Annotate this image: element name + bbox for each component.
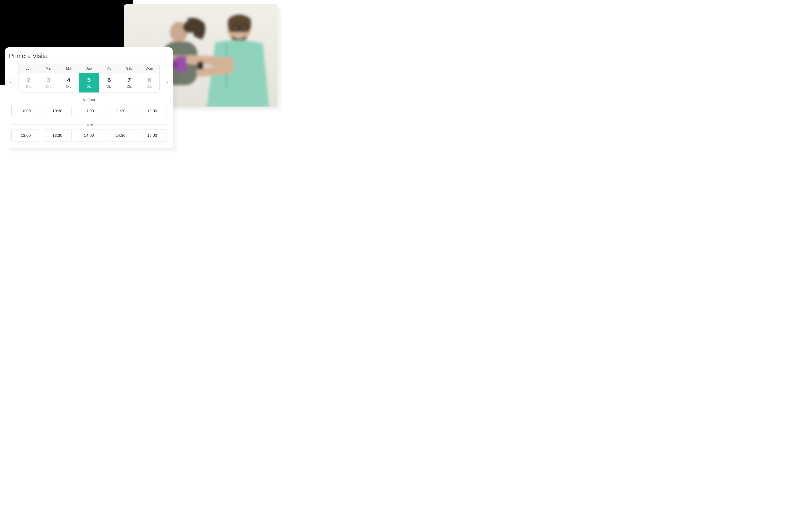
time-slot-button[interactable]: 13:00 [12, 129, 40, 142]
day-cell[interactable]: 8 Dic [139, 73, 159, 93]
day-month: Dic [39, 84, 59, 89]
afternoon-section: Tarde 13:00 13:30 14:00 14:30 15:00 [12, 122, 167, 142]
booking-card: Primera Visita Lun Mar Mié Jue Vie Sáb D… [5, 48, 173, 148]
time-slot-button[interactable]: 14:00 [75, 129, 103, 142]
time-slot-button[interactable]: 11:00 [75, 105, 103, 117]
day-number: 3 [39, 76, 59, 84]
time-slot-button[interactable]: 11:30 [106, 105, 135, 117]
day-month: Dic [19, 84, 39, 89]
day-header: Sáb [119, 64, 139, 73]
day-header: Mié [59, 64, 79, 73]
card-title: Primera Visita [9, 52, 167, 59]
chevron-right-icon [166, 81, 169, 84]
day-number: 2 [19, 76, 39, 84]
day-header: Jue [79, 64, 99, 73]
day-body-row: 2 Dic 3 Dic 4 Dic 5 Dic 6 Dic [19, 73, 159, 93]
chevron-left-icon [9, 81, 12, 84]
day-number: 6 [99, 76, 119, 84]
day-month: Dic [139, 84, 159, 89]
day-header: Vie [99, 64, 119, 73]
day-month: Dic [99, 84, 119, 89]
day-header: Dom [139, 64, 159, 73]
section-header: Tarde [12, 122, 167, 126]
next-week-button[interactable] [163, 79, 171, 87]
section-label: Tarde [85, 122, 93, 126]
time-slot-button[interactable]: 14:30 [106, 129, 135, 142]
day-header-row: Lun Mar Mié Jue Vie Sáb Dom [19, 64, 159, 73]
day-header: Lun [19, 64, 39, 73]
day-header: Mar [39, 64, 59, 73]
day-month: Dic [119, 84, 139, 89]
day-cell[interactable]: 4 Dic [59, 73, 79, 93]
prev-week-button[interactable] [6, 79, 15, 87]
morning-section: Mañana 10:00 10:30 11:00 11:30 12:00 [12, 98, 167, 117]
time-slot-button[interactable]: 12:00 [138, 105, 167, 117]
divider [12, 125, 81, 125]
time-slot-button[interactable]: 15:00 [138, 129, 167, 142]
afternoon-slots: 13:00 13:30 14:00 14:30 15:00 [12, 129, 167, 142]
day-cell[interactable]: 6 Dic [99, 73, 119, 93]
day-number: 5 [79, 76, 99, 84]
time-slot-button[interactable]: 10:30 [43, 105, 72, 117]
divider [96, 125, 167, 125]
day-number: 7 [119, 76, 139, 84]
svg-rect-13 [197, 61, 203, 70]
morning-slots: 10:00 10:30 11:00 11:30 12:00 [12, 105, 167, 117]
section-header: Mañana [12, 98, 167, 102]
day-month: Dic [79, 84, 99, 89]
calendar-strip: Lun Mar Mié Jue Vie Sáb Dom 2 Dic 3 Dic … [18, 63, 159, 93]
section-label: Mañana [83, 98, 95, 102]
day-number: 8 [139, 76, 159, 84]
day-cell[interactable]: 7 Dic [119, 73, 139, 93]
time-slot-button[interactable]: 10:00 [12, 105, 40, 117]
day-cell[interactable]: 2 Dic [19, 73, 39, 93]
day-number: 4 [59, 76, 79, 84]
day-cell[interactable]: 3 Dic [39, 73, 59, 93]
calendar-strip-wrapper: Lun Mar Mié Jue Vie Sáb Dom 2 Dic 3 Dic … [12, 63, 167, 93]
day-cell-selected[interactable]: 5 Dic [79, 73, 99, 93]
time-slot-button[interactable]: 13:30 [43, 129, 72, 142]
day-month: Dic [59, 84, 79, 89]
